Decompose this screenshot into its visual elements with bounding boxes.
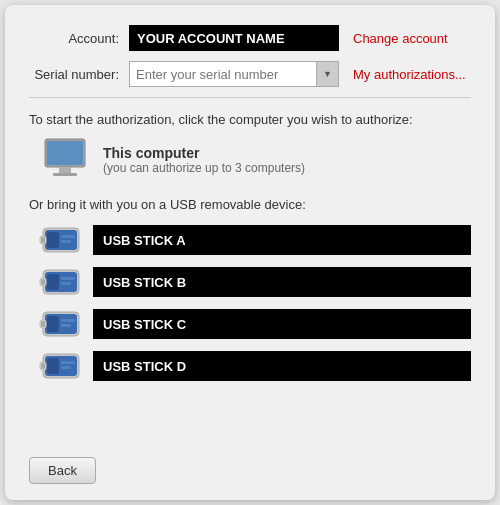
account-row: Account: YOUR ACCOUNT NAME Change accoun… <box>29 25 471 51</box>
section2-text: Or bring it with you on a USB removable … <box>29 197 471 212</box>
computer-option[interactable]: This computer (you can authorize up to 3… <box>39 137 471 183</box>
usb-name-1: USB STICK B <box>93 267 471 297</box>
svg-rect-3 <box>53 173 77 176</box>
computer-info: This computer (you can authorize up to 3… <box>103 145 305 175</box>
svg-rect-13 <box>47 274 59 290</box>
computer-subtitle: (you can authorize up to 3 computers) <box>103 161 305 175</box>
computer-name: This computer <box>103 145 305 161</box>
svg-rect-20 <box>47 316 59 332</box>
usb-item-2[interactable]: USB STICK C <box>39 306 471 342</box>
account-label: Account: <box>29 31 129 46</box>
svg-rect-1 <box>47 141 83 165</box>
svg-rect-7 <box>61 235 75 238</box>
serial-dropdown-button[interactable] <box>316 62 338 86</box>
svg-rect-15 <box>61 282 71 285</box>
usb-name-3: USB STICK D <box>93 351 471 381</box>
usb-icon-1 <box>39 264 83 300</box>
usb-icon-0 <box>39 222 83 258</box>
section1-text: To start the authorization, click the co… <box>29 112 471 127</box>
svg-rect-2 <box>59 167 71 173</box>
svg-rect-27 <box>47 358 59 374</box>
serial-label: Serial number: <box>29 67 129 82</box>
usb-icon-2 <box>39 306 83 342</box>
back-button[interactable]: Back <box>29 457 96 484</box>
svg-rect-28 <box>61 361 75 364</box>
usb-name-0: USB STICK A <box>93 225 471 255</box>
usb-item-0[interactable]: USB STICK A <box>39 222 471 258</box>
usb-icon-3 <box>39 348 83 384</box>
svg-rect-14 <box>61 277 75 280</box>
serial-input-container <box>129 61 339 87</box>
svg-rect-31 <box>41 363 45 369</box>
authorization-dialog: Account: YOUR ACCOUNT NAME Change accoun… <box>5 5 495 500</box>
svg-rect-22 <box>61 324 71 327</box>
serial-input[interactable] <box>130 62 316 86</box>
usb-item-1[interactable]: USB STICK B <box>39 264 471 300</box>
usb-device-list: USB STICK A USB STICK B <box>39 222 471 384</box>
svg-rect-21 <box>61 319 75 322</box>
divider <box>29 97 471 98</box>
svg-rect-10 <box>41 237 45 243</box>
svg-rect-24 <box>41 321 45 327</box>
account-name-text: YOUR ACCOUNT NAME <box>137 31 285 46</box>
svg-rect-6 <box>47 232 59 248</box>
account-name-field: YOUR ACCOUNT NAME <box>129 25 339 51</box>
computer-icon <box>39 137 91 183</box>
svg-rect-8 <box>61 240 71 243</box>
serial-row: Serial number: My authorizations... <box>29 61 471 87</box>
change-account-link[interactable]: Change account <box>353 31 448 46</box>
svg-rect-17 <box>41 279 45 285</box>
usb-item-3[interactable]: USB STICK D <box>39 348 471 384</box>
usb-name-2: USB STICK C <box>93 309 471 339</box>
my-authorizations-link[interactable]: My authorizations... <box>353 67 466 82</box>
svg-rect-29 <box>61 366 71 369</box>
